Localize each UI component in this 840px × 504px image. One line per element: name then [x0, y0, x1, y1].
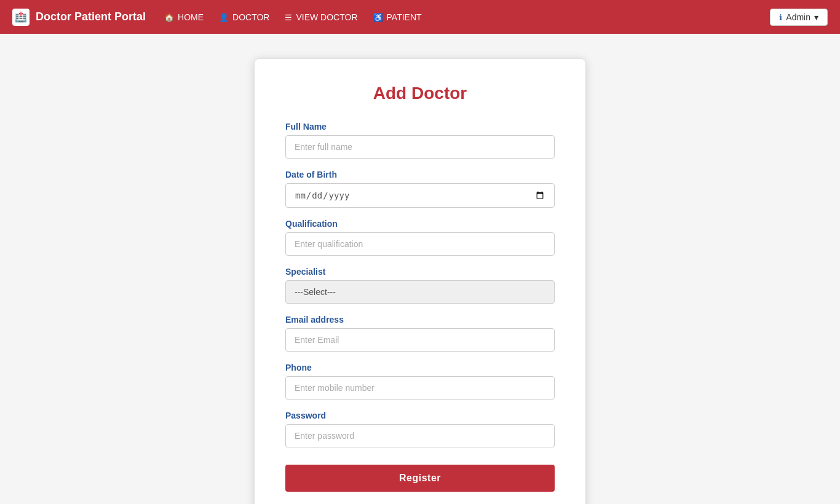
list-icon [285, 12, 292, 22]
form-title: Add Doctor [285, 84, 555, 103]
admin-info-icon [779, 12, 782, 22]
nav-doctor-label: DOCTOR [232, 12, 269, 22]
brand-link[interactable]: 🏥 Doctor Patient Portal [12, 9, 146, 26]
qualification-group: Qualification [285, 219, 555, 256]
brand-icon: 🏥 [12, 9, 30, 26]
dob-label: Date of Birth [285, 170, 555, 179]
full-name-group: Full Name [285, 122, 555, 159]
qualification-input[interactable] [285, 232, 555, 256]
register-button[interactable]: Register [285, 465, 555, 492]
full-name-label: Full Name [285, 122, 555, 132]
admin-dropdown-icon: ▾ [814, 12, 818, 22]
nav-view-doctor-label: VIEW DOCTOR [296, 12, 357, 22]
specialist-select[interactable]: ---Select--- Cardiologist Neurologist Or… [285, 280, 555, 304]
dob-input[interactable] [285, 183, 555, 208]
full-name-input[interactable] [285, 135, 555, 159]
doctor-icon [219, 12, 229, 22]
password-group: Password [285, 411, 555, 447]
phone-input[interactable] [285, 376, 555, 400]
admin-dropdown-button[interactable]: Admin ▾ [770, 9, 828, 26]
navbar-left: 🏥 Doctor Patient Portal HOME DOCTOR VIEW… [12, 9, 422, 26]
nav-view-doctor[interactable]: VIEW DOCTOR [285, 12, 357, 22]
phone-group: Phone [285, 363, 555, 400]
qualification-label: Qualification [285, 219, 555, 229]
main-content: Add Doctor Full Name Date of Birth Quali… [0, 34, 840, 504]
nav-patient[interactable]: PATIENT [373, 12, 422, 22]
nav-patient-label: PATIENT [387, 12, 422, 22]
dob-group: Date of Birth [285, 170, 555, 208]
home-icon [164, 12, 174, 22]
password-input[interactable] [285, 424, 555, 447]
nav-home-label: HOME [178, 12, 204, 22]
navbar-right: Admin ▾ [770, 9, 828, 26]
email-input[interactable] [285, 328, 555, 352]
brand-name: Doctor Patient Portal [36, 10, 146, 23]
add-doctor-card: Add Doctor Full Name Date of Birth Quali… [254, 58, 586, 504]
password-label: Password [285, 411, 555, 420]
specialist-label: Specialist [285, 267, 555, 277]
nav-links: HOME DOCTOR VIEW DOCTOR PATIENT [164, 12, 422, 22]
navbar: 🏥 Doctor Patient Portal HOME DOCTOR VIEW… [0, 0, 840, 34]
nav-home[interactable]: HOME [164, 12, 204, 22]
email-group: Email address [285, 315, 555, 352]
admin-label: Admin [786, 12, 810, 22]
patient-icon [373, 12, 383, 22]
email-label: Email address [285, 315, 555, 325]
specialist-group: Specialist ---Select--- Cardiologist Neu… [285, 267, 555, 304]
phone-label: Phone [285, 363, 555, 372]
nav-doctor[interactable]: DOCTOR [219, 12, 269, 22]
